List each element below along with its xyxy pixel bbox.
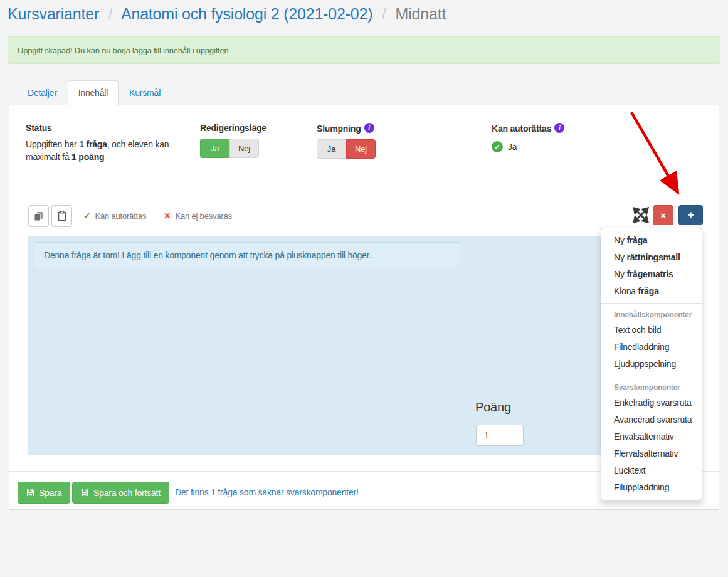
empty-question-text: Denna fråga är tom! Lägg till en kompone… [44,250,371,260]
menu-item-text-bold: fråga [638,286,659,296]
menu-item-text-bold: rättningsmall [626,252,680,262]
menu-divider [601,376,702,376]
tab-kursmal[interactable]: Kursmål [119,80,171,105]
close-icon: × [660,210,666,221]
edit-mode-yes[interactable]: Ja [200,139,229,158]
tab-bar: Detaljer Innehåll Kursmål [17,80,171,105]
copy-button[interactable] [28,205,49,227]
menu-item-text: Ny [614,269,626,279]
menu-item-text-bold: frågematris [626,269,673,279]
tab-innehall[interactable]: Innehåll [68,80,119,106]
breadcrumb-current: Midnatt [396,5,446,23]
unanswerable-status: ✕ Kan ej besvaras [164,211,232,221]
settings-section: Status Uppgiften har 1 fråga, och eleven… [9,105,719,179]
save-button[interactable]: Spara [18,482,70,504]
fullscreen-button[interactable] [633,207,649,223]
missing-components-warning[interactable]: Det finns 1 fråga som saknar svarskompon… [175,487,359,497]
menu-divider [601,303,702,304]
breadcrumb: Kursvarianter / Anatomi och fysiologi 2 … [8,5,446,23]
copy-icon [34,211,43,221]
status-points-max: 1 poäng [71,152,104,162]
menu-header-answer-components: Svarskomponenter [601,379,702,394]
add-component-menu: Ny fråga Ny rättningsmall Ny frågematris… [601,228,702,500]
edit-mode-toggle: Ja Nej [200,139,259,158]
menu-item-filnedladdning[interactable]: Filnedladdning [601,339,702,356]
points-input[interactable] [476,425,524,446]
autocorrect-column: Kan autorättasi ✓ Ja [492,123,564,152]
save-continue-button[interactable]: Spara och fortsätt [72,482,169,504]
autocorrect-heading: Kan autorättasi [492,123,564,134]
menu-item-ny-fragematris[interactable]: Ny frågematris [601,266,702,283]
save-button-label: Spara [39,488,61,498]
add-component-button[interactable]: + [678,205,703,225]
menu-item-text: Ny [614,235,626,245]
info-icon[interactable]: i [364,123,374,133]
info-icon[interactable]: i [554,123,564,133]
status-heading: Status [26,123,173,133]
menu-item-ny-rattningsmall[interactable]: Ny rättningsmall [601,249,702,266]
success-alert: Uppgift skapad! Du kan nu börja lägga ti… [8,36,720,64]
autocorrect-status-label: Kan autorättas [95,211,147,221]
save-continue-button-label: Spara och fortsätt [93,488,161,498]
autocorrect-heading-text: Kan autorättas [492,124,551,134]
autocorrect-value: ✓ Ja [492,141,564,152]
clipboard-icon [58,211,66,221]
check-icon: ✓ [83,211,91,221]
breadcrumb-separator: / [377,5,391,23]
menu-item-filuppladdning[interactable]: Filuppladdning [601,479,702,496]
status-text-part: Uppgiften har [26,139,79,149]
breadcrumb-course[interactable]: Anatomi och fysiologi 2 (2021-02-02) [121,5,372,23]
menu-item-enkelradig-svarsruta[interactable]: Enkelradig svarsruta [601,394,702,411]
menu-header-content-components: Innehållskomponenter [601,307,702,322]
success-alert-text: Uppgift skapad! Du kan nu börja lägga ti… [18,46,228,55]
plus-icon: + [688,209,694,221]
menu-item-ny-fraga[interactable]: Ny fråga [601,232,702,249]
menu-item-text: Klona [614,286,638,296]
randomization-yes[interactable]: Ja [317,139,346,159]
randomization-toggle: Ja Nej [317,139,376,159]
menu-item-lucktext[interactable]: Lucktext [601,462,702,479]
check-circle-icon: ✓ [492,141,503,152]
edit-mode-heading: Redigeringsläge [200,123,266,133]
randomization-column: Slumpningi Ja Nej [317,123,376,159]
floppy-icon [81,489,89,497]
breadcrumb-separator: / [103,5,118,23]
randomization-no[interactable]: Nej [346,139,376,159]
status-question-count: 1 fråga [79,139,107,149]
delete-question-button[interactable]: × [653,205,673,225]
paste-button[interactable] [51,205,72,227]
randomization-heading-text: Slumpning [317,124,361,134]
randomization-heading: Slumpningi [317,123,376,134]
tab-detaljer[interactable]: Detaljer [17,80,68,105]
menu-item-ljuduppspelning[interactable]: Ljuduppspelning [601,356,702,373]
expand-arrows-icon [633,207,649,223]
menu-item-text-och-bild[interactable]: Text och bild [601,322,702,339]
menu-item-avancerad-svarsruta[interactable]: Avancerad svarsruta [601,411,702,428]
edit-mode-no[interactable]: Nej [229,139,259,158]
autocorrect-value-text: Ja [508,142,517,152]
menu-item-text-bold: fråga [626,235,647,245]
empty-question-note: Denna fråga är tom! Lägg till en kompone… [34,242,460,268]
floppy-icon [26,489,34,497]
edit-mode-column: Redigeringsläge Ja Nej [200,123,266,158]
unanswerable-status-label: Kan ej besvaras [176,211,232,221]
breadcrumb-kursvarianter[interactable]: Kursvarianter [8,5,99,23]
status-text: Uppgiften har 1 fråga, och eleven kan ma… [26,138,173,163]
cross-icon: ✕ [164,211,171,221]
menu-item-envalsalternativ[interactable]: Envalsalternativ [601,428,702,445]
autocorrect-status: ✓ Kan autorättas [83,211,146,221]
status-column: Status Uppgiften har 1 fråga, och eleven… [26,123,173,163]
menu-item-klona-fraga[interactable]: Klona fråga [601,283,702,300]
points-label: Poäng [475,400,511,415]
page: Kursvarianter / Anatomi och fysiologi 2 … [0,0,728,577]
menu-item-text: Ny [614,252,626,262]
menu-item-flervalsalternativ[interactable]: Flervalsalternativ [601,445,702,462]
